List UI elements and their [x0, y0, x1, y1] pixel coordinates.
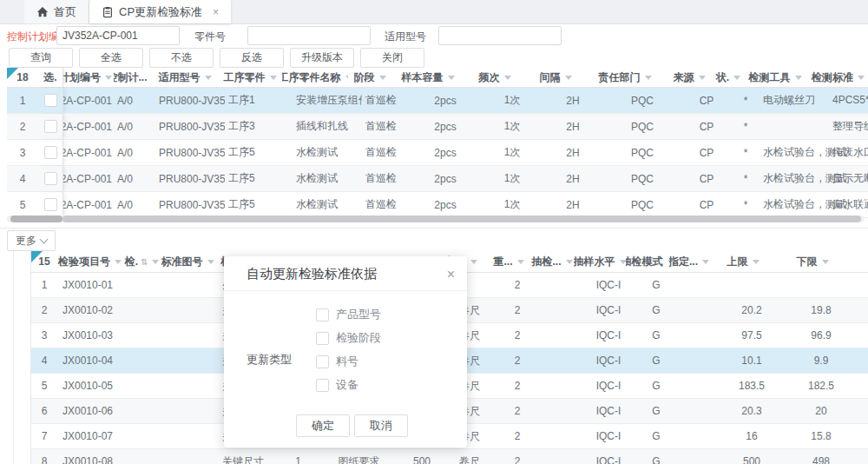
- filter-icon[interactable]: [795, 76, 802, 80]
- process-cell-sample: 2pcs: [409, 166, 482, 191]
- select-all-button[interactable]: 全选: [79, 48, 143, 68]
- item-col-upper[interactable]: 上限: [708, 251, 778, 272]
- sort-icon[interactable]: ⇅: [141, 257, 148, 267]
- tab-cp-update[interactable]: CP更新检验标准 ×: [89, 0, 231, 23]
- filter-icon[interactable]: [470, 260, 477, 264]
- filter-icon[interactable]: [620, 260, 627, 264]
- checkbox-icon[interactable]: [316, 308, 329, 321]
- process-col-standard[interactable]: 检测标准: [808, 68, 868, 87]
- model-input[interactable]: [438, 26, 562, 45]
- close-button[interactable]: 关闭: [360, 48, 424, 68]
- process-row[interactable]: 3JV352A-CP-001A/0PRU800-JV352A工序5水检测试首巡检…: [7, 140, 868, 166]
- filter-icon[interactable]: [379, 76, 386, 80]
- process-col-stage[interactable]: 阶段: [348, 68, 391, 87]
- filter-icon[interactable]: [645, 76, 652, 80]
- scrollbar-thumb-left[interactable]: [10, 215, 62, 222]
- cell-text: JV352A-CP-001: [63, 166, 112, 191]
- item-cell-level: IQC-I: [582, 298, 635, 322]
- item-col-mode[interactable]: 抽检模式: [626, 251, 669, 272]
- checkbox-icon[interactable]: [316, 332, 329, 345]
- cancel-button[interactable]: 取消: [354, 414, 408, 437]
- plan-no-input[interactable]: [56, 26, 180, 45]
- process-cell-sel: [38, 166, 63, 191]
- process-row[interactable]: 4JV352A-CP-001A/0PRU800-JV352A工序5水检测试首巡检…: [7, 166, 868, 192]
- process-cell-ctrl: A/0: [114, 166, 155, 191]
- filter-icon[interactable]: [517, 260, 524, 264]
- upgrade-version-button[interactable]: 升级版本: [290, 48, 354, 68]
- item-cell-num: 4: [31, 348, 57, 373]
- filter-icon[interactable]: [753, 260, 760, 264]
- query-button[interactable]: 查询: [9, 48, 73, 68]
- checkbox-icon[interactable]: [316, 379, 329, 392]
- process-row[interactable]: 2JV352A-CP-001A/0PRU800-JV352A工序3插线和扎线首巡…: [7, 114, 868, 140]
- part-no-input[interactable]: [247, 26, 371, 45]
- filter-icon[interactable]: [702, 260, 708, 264]
- select-none-button[interactable]: 不选: [149, 48, 214, 68]
- checkbox-icon[interactable]: [316, 355, 329, 368]
- item-col-weight[interactable]: 重...: [487, 251, 530, 272]
- item-cell-chk: [128, 424, 167, 448]
- option-row[interactable]: 设备: [316, 377, 381, 393]
- filter-icon[interactable]: [504, 76, 511, 80]
- process-col-status[interactable]: 状.: [714, 68, 742, 87]
- filter-icon[interactable]: [207, 260, 214, 264]
- row-checkbox[interactable]: [44, 146, 57, 159]
- process-cell-plan: JV352A-CP-001: [63, 88, 114, 113]
- more-label: 更多: [16, 234, 36, 249]
- invert-select-button[interactable]: 反选: [220, 48, 284, 68]
- filter-icon[interactable]: [822, 260, 829, 264]
- filter-icon[interactable]: [448, 76, 455, 80]
- item-col-desig[interactable]: 指定...: [669, 251, 708, 272]
- dialog-close-icon[interactable]: ×: [447, 268, 455, 282]
- item-col-fig[interactable]: 标准图号: [161, 251, 214, 272]
- option-row[interactable]: 产品型号: [316, 307, 381, 322]
- option-row[interactable]: 检验阶段: [316, 330, 381, 346]
- filter-icon[interactable]: [115, 260, 122, 264]
- process-row[interactable]: 1JV352A-CP-001A/0PRU800-JV352A工序1安装增压泵组件…: [7, 88, 868, 114]
- row-checkbox[interactable]: [44, 172, 57, 185]
- process-col-part[interactable]: 工序零件: [218, 68, 282, 87]
- process-row[interactable]: 5JV352A-CP-001A/0PRU800-JV352A工序5水检测试首巡检…: [7, 192, 868, 218]
- item-cell-item_no: JX0010-03: [57, 323, 128, 348]
- item-cell-level: IQC-I: [582, 348, 635, 373]
- filter-icon[interactable]: [152, 260, 159, 264]
- process-col-freq[interactable]: 频次: [464, 68, 525, 87]
- row-checkbox[interactable]: [44, 198, 57, 211]
- process-col-ctrl[interactable]: 控制计...: [114, 68, 152, 87]
- row-checkbox[interactable]: [44, 94, 57, 107]
- filter-icon[interactable]: [699, 76, 706, 80]
- filter-icon[interactable]: [566, 260, 573, 264]
- row-checkbox[interactable]: [44, 120, 57, 133]
- ok-button[interactable]: 确定: [296, 414, 350, 437]
- process-col-plan[interactable]: 控制计划编号: [63, 68, 114, 87]
- tab-close-icon[interactable]: ×: [213, 6, 219, 18]
- process-col-dept[interactable]: 责任部门: [586, 68, 664, 87]
- horizontal-scrollbar[interactable]: [7, 215, 865, 222]
- tab-home[interactable]: 首页: [24, 0, 89, 23]
- item-col-chk[interactable]: 检.⇅: [122, 251, 161, 272]
- item-col-level[interactable]: 抽样水平: [574, 251, 626, 272]
- item-col-lower[interactable]: 下限: [778, 251, 847, 272]
- left-rail-border: [13, 229, 14, 464]
- process-col-sample[interactable]: 样本容量: [391, 68, 464, 87]
- process-col-interval[interactable]: 间隔: [525, 68, 586, 87]
- filter-icon[interactable]: [858, 76, 865, 80]
- column-label: 检测工具: [749, 70, 791, 85]
- filter-icon[interactable]: [733, 76, 740, 80]
- process-col-model[interactable]: 适用型号: [152, 68, 218, 87]
- process-col-pname[interactable]: 工序零件名称: [282, 68, 348, 87]
- item-col-item_no[interactable]: 检验项目号: [57, 251, 122, 272]
- item-col-sampA[interactable]: 抽检...: [530, 251, 574, 272]
- column-label: 适用型号: [159, 70, 201, 85]
- scrollbar-thumb[interactable]: [62, 215, 861, 222]
- process-col-tool[interactable]: 检测工具: [742, 68, 808, 87]
- filter-icon[interactable]: [565, 76, 572, 80]
- filter-icon[interactable]: [205, 76, 212, 80]
- item-row[interactable]: 8JX0010-08关键尺寸1图纸要求500卷尺2IQC-IG500498: [31, 449, 868, 464]
- more-button[interactable]: 更多: [7, 230, 56, 251]
- item-cell-item_no: JX0010-06: [57, 399, 128, 423]
- filter-icon[interactable]: [105, 76, 112, 80]
- option-row[interactable]: 料号: [316, 354, 381, 369]
- process-col-source[interactable]: 来源: [664, 68, 714, 87]
- filter-icon[interactable]: [270, 76, 277, 80]
